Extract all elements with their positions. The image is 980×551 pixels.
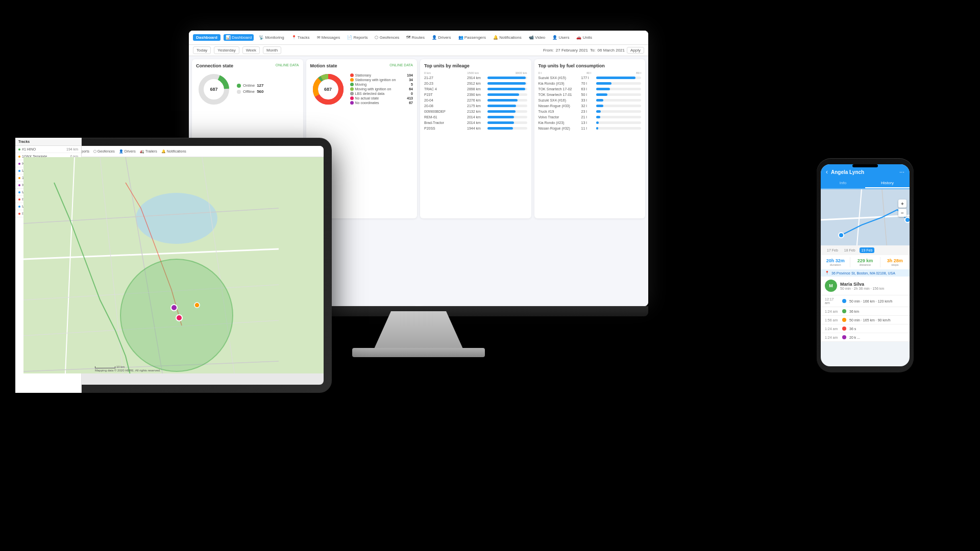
connection-state-body: 687 Online 127 Offline 560	[196, 71, 299, 107]
from-label: From:	[543, 48, 554, 53]
tablet-nav-drivers[interactable]: 👤 Drivers	[119, 149, 136, 154]
phone-tab-history[interactable]: History	[865, 179, 910, 188]
phone-driver-section: M Maria Silva 50 min · 2h 36 min · 156 k…	[821, 277, 910, 295]
motion-state-body: 687 Stationary 104 Stationary with ignit…	[310, 71, 413, 107]
nav-geofences[interactable]: ⬡ Geofences	[373, 34, 401, 41]
fuel-row-5: Nissan Rogue (#33) 32 l	[538, 104, 642, 108]
apply-button[interactable]: Apply	[627, 47, 644, 54]
top-mileage-title: Top units by mileage	[424, 63, 527, 68]
mileage-row-7: REM-61 2014 km	[424, 115, 527, 119]
svg-point-18	[120, 259, 233, 371]
phone-back-button[interactable]: ‹	[826, 168, 828, 176]
phone-map-zoom-out[interactable]: −	[898, 209, 906, 217]
motion-nostate-label: No actual state	[355, 96, 379, 100]
offline-label: Offline	[243, 89, 255, 94]
nav-passengers[interactable]: 👥 Passengers	[456, 34, 488, 41]
phone-map[interactable]: + −	[821, 189, 910, 245]
nav-users[interactable]: 👤 Users	[550, 34, 571, 41]
online-dot	[237, 84, 241, 88]
map-scale-bar: 10 km	[95, 365, 125, 368]
svg-point-26	[839, 233, 844, 238]
app-logo: Dashboard	[193, 34, 220, 41]
phone-trips-list: 12:17 am 50 min · 166 km · 120 km/h 1:24…	[821, 295, 910, 366]
motion-donut-center: 687	[324, 87, 332, 92]
monitor-base	[352, 348, 485, 357]
nav-video[interactable]: 📹 Video	[527, 34, 548, 41]
nav-dashboard[interactable]: 📊 Dashboard	[224, 34, 254, 41]
date-range: From: 27 February 2021 To: 06 March 2021…	[543, 47, 644, 54]
motion-stationary-count: 104	[407, 73, 413, 77]
tablet-main: Tracks #1 HINO 194 km 1GNX Template 0 km…	[23, 157, 324, 385]
svg-point-8	[136, 193, 217, 244]
trip-time-3: 1:24 am	[825, 327, 839, 331]
fuel-row-8: Kia Rondo (#23) 13 l	[538, 121, 642, 124]
phone-driver-info: Maria Silva 50 min · 2h 36 min · 156 km	[840, 282, 884, 290]
mileage-row-3: P23T 2390 km	[424, 93, 527, 96]
mileage-list: 21-27 2914 km 20-23 2912 km TRAC 4 2898 …	[424, 76, 527, 130]
connection-state-title: Connection state ONLINE DATA	[196, 63, 299, 68]
phone-driver-name2: Maria Silva	[840, 282, 884, 287]
nav-messages[interactable]: ✉ Messages	[315, 34, 342, 41]
btn-yesterday[interactable]: Yesterday	[214, 46, 239, 54]
phone-stat-stops: 3h 28m stops	[880, 257, 910, 267]
phone-date-19[interactable]: 19 Feb	[860, 247, 875, 253]
nav-tracks[interactable]: 📍 Tracks	[289, 34, 312, 41]
phone-stat-duration-val: 20h 32m	[823, 258, 848, 263]
motion-nostate-dot	[350, 96, 354, 100]
tablet-nav-trailers[interactable]: 🚛 Trailers	[140, 149, 157, 154]
trip-info-1: 36 km	[849, 310, 905, 313]
monitor-stand	[373, 311, 464, 352]
top-mileage-card: Top units by mileage 0 km1500 km3000 km …	[420, 59, 531, 218]
fuel-row-0: Suzuki SX4 (#15) 177 l	[538, 76, 642, 80]
offline-dot	[237, 90, 241, 94]
trip-dot-2	[842, 318, 846, 322]
phone-trip-4[interactable]: 1:24 am 20 k ...	[821, 333, 910, 342]
phone-driver-avatar: M	[825, 280, 837, 292]
track-item-0[interactable]: #1 HINO 194 km	[23, 146, 81, 153]
phone-tab-info[interactable]: Info	[821, 179, 865, 188]
nav-routes[interactable]: 🗺 Routes	[404, 34, 427, 41]
nav-monitoring[interactable]: 📡 Monitoring	[257, 34, 286, 41]
btn-week[interactable]: Week	[242, 46, 260, 54]
btn-today[interactable]: Today	[193, 46, 211, 54]
fuel-row-9: Nissan Rogue (#32) 11 l	[538, 127, 642, 130]
phone-trip-3[interactable]: 1:24 am 36 s	[821, 324, 910, 333]
nav-drivers[interactable]: 👤 Drivers	[430, 34, 453, 41]
tablet-nav-geofences[interactable]: ⬡ Geofences	[93, 149, 115, 154]
phone-trip-0[interactable]: 12:17 am 50 min · 166 km · 120 km/h	[821, 295, 910, 307]
phone-driver-row: M Maria Silva 50 min · 2h 36 min · 156 k…	[825, 280, 905, 292]
motion-moving-count: 5	[411, 83, 413, 86]
dashboard-toolbar: Today Yesterday Week Month From: 27 Febr…	[189, 45, 648, 56]
nav-units[interactable]: 🚗 Units	[574, 34, 594, 41]
phone-more-button[interactable]: ···	[899, 168, 904, 176]
phone-body: ‹ Angela Lynch ··· Info History	[817, 158, 914, 372]
phone-date-tabs: 17 Feb 18 Feb 19 Feb	[821, 245, 910, 255]
motion-stationary-dot	[350, 73, 354, 77]
address-icon: 📍	[825, 271, 829, 275]
motion-moving-label: Moving	[355, 83, 367, 86]
phone-trip-2[interactable]: 1:56 am 50 min · 165 km · 90 km/h	[821, 316, 910, 324]
motion-nostate-count: 413	[407, 96, 413, 100]
phone-address-text: 36 Province St, Boston, MA 02108, USA	[831, 271, 895, 275]
phone-date-17[interactable]: 17 Feb	[825, 247, 840, 253]
fuel-row-2: TOK Smartech 17-02 63 l	[538, 87, 642, 91]
motion-donut: 687	[310, 71, 346, 107]
fuel-row-1: Kia Rondo (#19) 70 l	[538, 82, 642, 85]
phone-trip-1[interactable]: 1:24 am 36 km	[821, 307, 910, 316]
phone-wrapper: ‹ Angela Lynch ··· Info History	[817, 158, 914, 372]
mileage-row-6: 009900BDEF 2132 km	[424, 110, 527, 113]
tablet-map[interactable]: 10 km Mapping data © 2020 HERE. All righ…	[23, 157, 324, 373]
nav-reports[interactable]: 📄 Reports	[345, 34, 370, 41]
trip-dot-1	[842, 309, 846, 313]
phone-map-zoom-in[interactable]: +	[898, 199, 906, 208]
trip-info-0: 50 min · 166 km · 120 km/h	[849, 299, 905, 303]
tablet-nav-notifications[interactable]: 🔔 Notifications	[161, 149, 186, 154]
from-value: 27 February 2021	[556, 48, 588, 53]
nav-notifications[interactable]: 🔔 Notifications	[491, 34, 524, 41]
dashboard-navbar: Dashboard 📊 Dashboard 📡 Monitoring 📍 Tra…	[189, 31, 648, 45]
connection-donut: 687	[196, 71, 232, 107]
motion-lbs-count: 0	[411, 92, 413, 95]
btn-month[interactable]: Month	[263, 46, 281, 54]
phone-date-18[interactable]: 18 Feb	[842, 247, 857, 253]
fuel-list: Suzuki SX4 (#15) 177 l Kia Rondo (#19) 7…	[538, 76, 642, 130]
